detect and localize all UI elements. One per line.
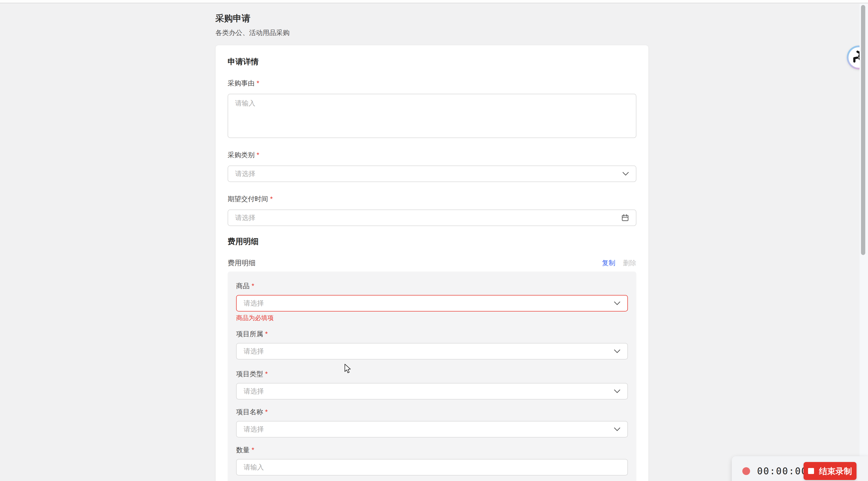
stop-recording-label: 结束录制 (819, 467, 852, 475)
delete-link[interactable]: 删除 (623, 258, 637, 268)
recording-timer: 00:00:00 (757, 466, 808, 477)
project-type-placeholder: 请选择 (244, 387, 614, 396)
top-divider-bar (0, 0, 868, 3)
product-placeholder: 请选择 (244, 299, 614, 308)
project-name-placeholder: 请选择 (244, 425, 614, 434)
purchase-category-label: 采购类别* (228, 150, 637, 160)
required-asterisk: * (257, 80, 259, 87)
project-affiliation-label-text: 项目所属 (236, 330, 263, 338)
copy-link[interactable]: 复制 (602, 258, 615, 268)
chevron-down-icon (614, 427, 620, 431)
required-asterisk: * (265, 408, 268, 416)
stop-icon (808, 468, 814, 474)
quantity-label: 数量* (236, 445, 628, 455)
purchase-reason-label: 采购事由* (228, 78, 637, 89)
delivery-time-datepicker[interactable]: 请选择 (228, 210, 637, 226)
purchase-category-select[interactable]: 请选择 (228, 166, 637, 182)
project-affiliation-select[interactable]: 请选择 (236, 343, 628, 360)
page: { "header": { "title": "采购申请", "subtitle… (0, 0, 868, 481)
chevron-down-icon (614, 349, 620, 353)
product-label: 商品* (236, 280, 628, 292)
project-type-label-text: 项目类型 (236, 370, 263, 378)
delivery-time-label: 期望交付时间* (228, 193, 637, 205)
expense-group-header: 费用明细 复制 删除 (228, 258, 637, 268)
chevron-down-icon (614, 301, 620, 305)
required-asterisk: * (257, 151, 259, 159)
scrollbar-thumb[interactable] (861, 5, 865, 255)
page-subtitle: 各类办公、活动用品采购 (215, 28, 289, 37)
project-name-select[interactable]: 请选择 (236, 421, 628, 438)
purchase-category-placeholder: 请选择 (235, 169, 622, 178)
product-error-message: 商品为必填项 (236, 313, 628, 322)
required-asterisk: * (252, 282, 254, 290)
section-title-expense: 费用明细 (228, 236, 637, 247)
recording-toolbar: 00:00:00 结束录制 (732, 456, 868, 481)
form-card: 申请详情 采购事由* 采购类别* 请选择 期望交付时间* 请选择 费用明细 费用… (215, 45, 649, 481)
required-asterisk: * (265, 370, 268, 378)
product-label-text: 商品 (236, 282, 250, 290)
project-name-label: 项目名称* (236, 407, 628, 418)
project-name-label-text: 项目名称 (236, 408, 263, 416)
purchase-reason-label-text: 采购事由 (228, 80, 255, 87)
recording-dot-icon (742, 467, 750, 475)
expense-group-title: 费用明细 (228, 258, 602, 268)
page-header: 采购申请 各类办公、活动用品采购 (215, 12, 289, 37)
purchase-category-label-text: 采购类别 (228, 151, 255, 159)
delivery-time-placeholder: 请选择 (235, 213, 621, 222)
quantity-label-text: 数量 (236, 446, 250, 454)
project-affiliation-label: 项目所属* (236, 329, 628, 339)
required-asterisk: * (265, 330, 268, 338)
stop-recording-button[interactable]: 结束录制 (804, 462, 857, 480)
project-type-label: 项目类型* (236, 368, 628, 380)
purchase-reason-textarea[interactable] (228, 94, 637, 138)
project-type-select[interactable]: 请选择 (236, 383, 628, 399)
product-select[interactable]: 请选择 (236, 295, 628, 311)
chevron-down-icon (622, 172, 629, 176)
delivery-time-label-text: 期望交付时间 (228, 195, 268, 203)
quantity-input[interactable] (236, 459, 628, 476)
required-asterisk: * (270, 195, 273, 203)
calendar-icon (621, 214, 629, 221)
page-title: 采购申请 (215, 12, 289, 24)
expense-panel: 商品* 请选择 商品为必填项 项目所属* 请选择 项目类型* 请选择 项目名称*… (228, 271, 637, 481)
project-affiliation-placeholder: 请选择 (244, 347, 614, 356)
section-title-application: 申请详情 (228, 56, 637, 67)
chevron-down-icon (614, 389, 620, 393)
required-asterisk: * (252, 446, 254, 454)
